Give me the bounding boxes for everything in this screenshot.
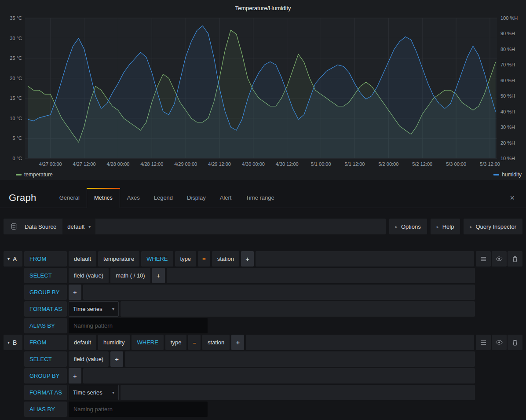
add-condition-button[interactable]: + — [231, 335, 244, 350]
tab-time-range[interactable]: Time range — [238, 188, 281, 208]
legend-item-temperature[interactable]: temperature — [16, 172, 53, 178]
editor-tabs: General Metrics Axes Legend Display Aler… — [52, 188, 281, 208]
svg-text:20 %H: 20 %H — [500, 140, 515, 146]
svg-text:4/29 12:00: 4/29 12:00 — [208, 161, 231, 167]
toggle-visibility-button[interactable] — [492, 335, 507, 350]
row-filler — [121, 301, 475, 317]
alias-by-input[interactable] — [69, 318, 208, 333]
svg-text:5/1 12:00: 5/1 12:00 — [345, 161, 365, 167]
tab-axes[interactable]: Axes — [120, 188, 147, 208]
svg-text:15 °C: 15 °C — [10, 95, 22, 101]
row-filler — [83, 285, 475, 300]
database-icon — [4, 223, 24, 230]
operator-segment[interactable]: = — [198, 251, 210, 267]
retention-policy-segment[interactable]: default — [69, 251, 96, 267]
svg-text:4/27 00:00: 4/27 00:00 — [39, 161, 62, 167]
options-label: Options — [401, 223, 421, 230]
svg-text:20 °C: 20 °C — [10, 76, 22, 81]
chevron-down-icon[interactable]: ▾ — [7, 256, 10, 261]
query-menu-button[interactable] — [476, 251, 491, 267]
svg-text:5/1 00:00: 5/1 00:00 — [311, 161, 331, 167]
query-inspector-button[interactable]: ▸ Query Inspector — [464, 219, 522, 234]
temperature-series-swatch — [16, 174, 22, 175]
svg-text:90 %H: 90 %H — [500, 31, 515, 36]
datasource-select[interactable]: default ▾ — [62, 219, 95, 234]
svg-text:40 %H: 40 %H — [500, 109, 515, 114]
svg-text:70 %H: 70 %H — [500, 62, 515, 67]
format-as-select[interactable]: Time series ▾ — [69, 385, 119, 400]
svg-text:4/28 00:00: 4/28 00:00 — [106, 161, 129, 167]
measurement-segment[interactable]: temperature — [98, 251, 139, 267]
query-b-from-row: ▾ B FROM default humidity WHERE type = s… — [4, 335, 522, 350]
row-filler — [83, 368, 475, 383]
svg-text:4/27 12:00: 4/27 12:00 — [73, 161, 96, 167]
row-filler — [167, 268, 475, 283]
svg-text:4/30 12:00: 4/30 12:00 — [276, 161, 299, 167]
row-filler — [246, 335, 474, 350]
chevron-right-icon: ▸ — [437, 224, 439, 229]
options-button[interactable]: ▸ Options — [389, 219, 427, 234]
query-a-select-row: SELECT field (value) math ( / 10) + — [24, 268, 475, 283]
legend-label: temperature — [24, 172, 53, 178]
format-as-select[interactable]: Time series ▾ — [69, 301, 119, 317]
chevron-right-icon: ▸ — [395, 224, 398, 229]
timeseries-chart[interactable]: 0 °C5 °C10 °C15 °C20 °C25 °C30 °C35 °C10… — [0, 0, 526, 171]
tag-value-segment[interactable]: station — [212, 251, 239, 267]
tab-general[interactable]: General — [52, 188, 87, 208]
select-keyword: SELECT — [24, 268, 67, 283]
measurement-segment[interactable]: humidity — [98, 335, 130, 350]
tab-display[interactable]: Display — [180, 188, 213, 208]
query-menu-button[interactable] — [476, 335, 491, 350]
format-as-value: Time series — [73, 306, 102, 312]
add-select-part-button[interactable]: + — [110, 351, 123, 367]
query-b-select-row: SELECT field (value) + — [24, 351, 475, 367]
add-condition-button[interactable]: + — [241, 251, 254, 267]
tab-legend[interactable]: Legend — [147, 188, 180, 208]
chevron-down-icon: ▾ — [112, 307, 114, 311]
query-a-collapse[interactable]: ▾ A — [4, 251, 22, 267]
query-ref-id: A — [13, 256, 17, 263]
svg-text:4/30 00:00: 4/30 00:00 — [242, 161, 265, 167]
add-groupby-button[interactable]: + — [69, 368, 81, 383]
panel-editor: Graph General Metrics Axes Legend Displa… — [0, 188, 526, 417]
svg-text:5/2 12:00: 5/2 12:00 — [412, 161, 432, 167]
tab-metrics[interactable]: Metrics — [87, 188, 120, 208]
toggle-visibility-button[interactable] — [492, 251, 507, 267]
metrics-tab-body: Data Source default ▾ ▸ Options ▸ Help ▸… — [0, 208, 526, 417]
alias-by-keyword: ALIAS BY — [24, 402, 67, 417]
select-keyword: SELECT — [24, 351, 67, 367]
chart-legend: temperature humidity — [0, 172, 526, 178]
add-groupby-button[interactable]: + — [69, 285, 81, 300]
close-icon[interactable]: × — [498, 194, 526, 202]
query-a-format-row: FORMAT AS Time series ▾ — [24, 301, 475, 317]
query-b-collapse[interactable]: ▾ B — [4, 335, 22, 350]
chevron-right-icon: ▸ — [470, 224, 472, 229]
select-math-segment[interactable]: math ( / 10) — [110, 268, 150, 283]
datasource-strip: Data Source default ▾ — [4, 219, 386, 234]
svg-text:30 °C: 30 °C — [10, 36, 22, 41]
select-field-segment[interactable]: field (value) — [69, 351, 109, 367]
tab-alert[interactable]: Alert — [213, 188, 239, 208]
operator-segment[interactable]: = — [188, 335, 201, 350]
alias-by-input[interactable] — [69, 402, 208, 417]
legend-item-humidity[interactable]: humidity — [493, 172, 522, 178]
chevron-down-icon[interactable]: ▾ — [7, 340, 10, 345]
svg-text:4/28 12:00: 4/28 12:00 — [140, 161, 163, 167]
delete-query-button[interactable] — [508, 335, 522, 350]
format-as-value: Time series — [73, 389, 102, 396]
tag-value-segment[interactable]: station — [202, 335, 230, 350]
tag-key-segment[interactable]: type — [175, 251, 197, 267]
graph-panel: Temperature/Humidity 0 °C5 °C10 °C15 °C2… — [0, 0, 526, 180]
query-b-groupby-row: GROUP BY + — [24, 368, 475, 383]
delete-query-button[interactable] — [508, 251, 522, 267]
help-button[interactable]: ▸ Help — [431, 219, 460, 234]
tag-key-segment[interactable]: type — [165, 335, 187, 350]
panel-title[interactable]: Temperature/Humidity — [0, 5, 526, 11]
from-keyword: FROM — [24, 251, 67, 267]
editor-title: Graph — [0, 192, 52, 204]
help-label: Help — [442, 223, 454, 230]
select-field-segment[interactable]: field (value) — [69, 268, 109, 283]
groupby-keyword: GROUP BY — [24, 285, 67, 300]
retention-policy-segment[interactable]: default — [69, 335, 96, 350]
add-select-part-button[interactable]: + — [152, 268, 165, 283]
